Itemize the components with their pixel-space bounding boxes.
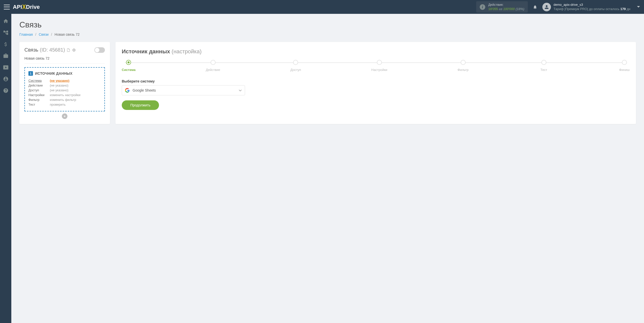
user-icon[interactable] bbox=[3, 76, 9, 82]
step-label: Доступ bbox=[290, 68, 301, 72]
steps: СистемаДействиеДоступНастройкиФильтрТест… bbox=[122, 60, 630, 72]
chevron-down-icon[interactable] bbox=[637, 5, 640, 9]
document-icon[interactable] bbox=[66, 48, 70, 52]
source-row-key: Настройки bbox=[28, 93, 50, 97]
select-label: Выберите систему bbox=[122, 79, 630, 83]
breadcrumb-links[interactable]: Связи bbox=[39, 32, 49, 36]
breadcrumb: Главная / Связи / Новая связь 72 bbox=[19, 32, 636, 36]
source-row: Тестпроверить bbox=[28, 103, 101, 106]
left-sidebar bbox=[0, 14, 11, 323]
tariff-info: Тариф |Премиум PRO| до оплаты осталось 1… bbox=[553, 7, 630, 11]
step-item[interactable]: Настройки bbox=[371, 60, 387, 72]
main-content: Связь Главная / Связи / Новая связь 72 С… bbox=[11, 14, 644, 323]
add-button[interactable]: + bbox=[62, 113, 67, 119]
logo[interactable]: API X Drive bbox=[13, 3, 40, 11]
continue-button[interactable]: Продолжить bbox=[122, 100, 159, 110]
step-label: Тест bbox=[540, 68, 547, 72]
source-row-value: (не указано) bbox=[50, 88, 68, 92]
connection-name: Новая связь 72 bbox=[24, 56, 105, 64]
source-row-key: Фильтр bbox=[28, 98, 50, 102]
info-icon: i bbox=[480, 4, 485, 10]
step-item[interactable]: Фильтр bbox=[458, 60, 469, 72]
source-row-value: (не указано) bbox=[50, 84, 68, 87]
source-row-value[interactable]: изменить фильтр bbox=[50, 98, 76, 102]
actions-total: 100'000 bbox=[503, 7, 515, 11]
step-dot bbox=[622, 60, 627, 65]
google-icon bbox=[125, 88, 130, 93]
top-header: API X Drive i Действия: 18'055 из 100'00… bbox=[0, 0, 644, 14]
breadcrumb-home[interactable]: Главная bbox=[19, 32, 33, 36]
connection-id: (ID: 45681) bbox=[40, 47, 65, 53]
home-icon[interactable] bbox=[3, 18, 9, 24]
page-title: Связь bbox=[19, 20, 636, 29]
selected-system: Google Sheets bbox=[133, 88, 156, 92]
connection-toggle[interactable] bbox=[94, 47, 105, 53]
source-row-value[interactable]: проверить bbox=[50, 103, 66, 106]
logo-post: Drive bbox=[26, 4, 40, 10]
help-icon[interactable] bbox=[3, 88, 9, 93]
step-label: Финиш bbox=[619, 68, 630, 72]
source-row: Настройкиизменить настройки bbox=[28, 93, 101, 97]
logo-x-icon: X bbox=[22, 3, 26, 11]
dollar-icon[interactable] bbox=[3, 42, 9, 47]
configuration-card: Источник данных (настройка) СистемаДейст… bbox=[115, 42, 636, 124]
source-row-key: Система bbox=[28, 79, 50, 83]
briefcase-icon[interactable] bbox=[3, 53, 9, 59]
step-dot bbox=[126, 60, 131, 65]
step-item[interactable]: Финиш bbox=[619, 60, 630, 72]
step-label: Действие bbox=[206, 68, 220, 72]
source-badge: 1 bbox=[28, 71, 33, 76]
hamburger-menu-icon[interactable] bbox=[4, 5, 10, 10]
gear-icon[interactable] bbox=[72, 48, 76, 52]
source-row: Система(не указано) bbox=[28, 79, 101, 83]
source-title: ИСТОЧНИК ДАННЫХ bbox=[35, 71, 72, 75]
source-row-key: Тест bbox=[28, 103, 50, 106]
step-item[interactable]: Доступ bbox=[290, 60, 301, 72]
step-dot bbox=[541, 60, 546, 65]
actions-status-box[interactable]: i Действия: 18'055 из 100'000 (18%) bbox=[476, 1, 528, 13]
actions-percent: (18%) bbox=[516, 7, 525, 11]
source-row-key: Действие bbox=[28, 84, 50, 87]
source-row-key: Доступ bbox=[28, 88, 50, 92]
user-menu[interactable]: demo_apix-drive_s3 Тариф |Премиум PRO| д… bbox=[542, 3, 640, 11]
source-row-value[interactable]: (не указано) bbox=[50, 79, 69, 83]
connection-summary-card: Связь (ID: 45681) Новая связь 72 1 ИСТОЧ… bbox=[19, 42, 110, 124]
step-dot bbox=[461, 60, 466, 65]
step-label: Настройки bbox=[371, 68, 387, 72]
step-item[interactable]: Тест bbox=[539, 60, 549, 72]
step-item[interactable]: Действие bbox=[206, 60, 220, 72]
system-select[interactable]: Google Sheets bbox=[122, 85, 245, 95]
connection-title: Связь bbox=[24, 47, 38, 53]
source-box: 1 ИСТОЧНИК ДАННЫХ Система(не указано)Дей… bbox=[24, 67, 105, 111]
avatar-icon bbox=[542, 3, 551, 11]
youtube-icon[interactable] bbox=[3, 65, 9, 70]
logo-pre: API bbox=[13, 4, 22, 10]
chevron-down-icon bbox=[239, 88, 242, 92]
sitemap-icon[interactable] bbox=[3, 30, 9, 35]
actions-count: 18'055 bbox=[488, 7, 498, 11]
actions-iz: из bbox=[499, 7, 502, 11]
source-row-value[interactable]: изменить настройки bbox=[50, 93, 80, 97]
source-row: Действие(не указано) bbox=[28, 84, 101, 87]
step-dot bbox=[211, 60, 216, 65]
step-item[interactable]: Система bbox=[122, 60, 136, 72]
user-name: demo_apix-drive_s3 bbox=[553, 3, 630, 7]
breadcrumb-current: Новая связь 72 bbox=[55, 32, 79, 36]
bell-icon[interactable] bbox=[533, 5, 537, 10]
step-dot bbox=[377, 60, 382, 65]
config-title: Источник данных (настройка) bbox=[122, 48, 630, 55]
source-row: Фильтризменить фильтр bbox=[28, 98, 101, 102]
source-row: Доступ(не указано) bbox=[28, 88, 101, 92]
actions-label: Действия: bbox=[488, 3, 524, 7]
step-label: Фильтр bbox=[458, 68, 469, 72]
step-dot bbox=[293, 60, 298, 65]
step-label: Система bbox=[122, 68, 136, 72]
